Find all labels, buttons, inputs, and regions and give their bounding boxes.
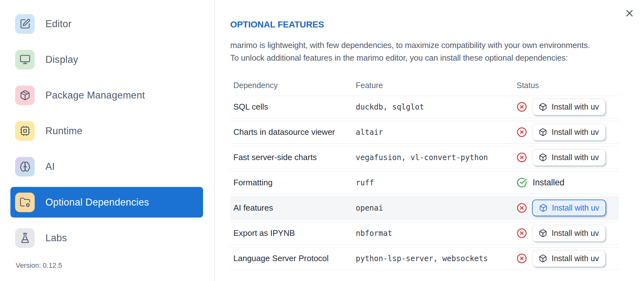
flask-icon-container — [15, 228, 35, 248]
feature-cell: vegafusion, vl-convert-python — [356, 153, 517, 162]
sidebar-item-label: Package Management — [45, 90, 145, 101]
brain-icon — [20, 161, 31, 172]
circle-x-icon — [517, 152, 527, 163]
dependency-cell: AI features — [233, 203, 356, 213]
package-icon-container — [15, 86, 35, 105]
status-cell: Install with uv — [517, 225, 619, 242]
monitor-icon-container — [15, 50, 35, 69]
install-button-label: Install with uv — [552, 102, 599, 111]
sidebar-item-label: AI — [45, 161, 55, 172]
install-with-uv-button[interactable]: Install with uv — [532, 200, 606, 216]
version-label: Version: 0.12.5 — [16, 261, 62, 270]
install-button-label: Install with uv — [552, 203, 599, 212]
sidebar-item-package-management[interactable]: Package Management — [10, 80, 203, 111]
install-button-label: Install with uv — [552, 153, 599, 162]
install-button-label: Install with uv — [552, 254, 599, 263]
box-icon — [539, 153, 547, 162]
cpu-icon — [20, 125, 31, 136]
feature-cell: altair — [356, 128, 517, 137]
table-row: SQL cells duckdb, sqlglot Install with u… — [230, 96, 619, 118]
install-button-label: Install with uv — [552, 128, 599, 137]
optional-dependencies-settings-dialog: { "sidebar": { "items": [ {"label": "Edi… — [0, 0, 644, 281]
status-cell: Install with uv — [517, 124, 619, 140]
circle-x-icon — [517, 253, 527, 264]
circle-x-icon — [517, 228, 527, 238]
sidebar-item-display[interactable]: Display — [10, 44, 203, 75]
sidebar-item-runtime[interactable]: Runtime — [10, 116, 203, 146]
panel-description: marimo is lightweight, with few dependen… — [230, 39, 619, 64]
monitor-icon — [20, 54, 31, 65]
sidebar-item-ai[interactable]: AI — [10, 151, 203, 182]
feature-cell: python-lsp-server, websockets — [356, 254, 517, 263]
dependency-cell: Fast server-side charts — [233, 152, 356, 162]
column-header-status: Status — [517, 81, 619, 90]
square-pen-icon-container — [15, 14, 35, 34]
table-row: Export as IPYNB nbformat Install with uv — [230, 222, 619, 245]
column-header-feature: Feature — [356, 81, 517, 90]
feature-cell: duckdb, sqlglot — [356, 103, 517, 111]
install-with-uv-button[interactable]: Install with uv — [532, 225, 606, 242]
install-button-label: Install with uv — [552, 229, 599, 238]
status-cell: Installed — [517, 177, 619, 188]
table-row: Charts in datasource viewer altair Insta… — [230, 121, 619, 144]
status-installed-icon — [517, 177, 527, 188]
status-not-installed-icon — [517, 152, 527, 163]
install-with-uv-button[interactable]: Install with uv — [532, 250, 606, 267]
status-not-installed-icon — [517, 127, 527, 137]
square-pen-icon — [20, 18, 31, 29]
sidebar-item-label: Editor — [45, 18, 72, 30]
box-icon — [539, 103, 547, 111]
optional-features-panel: OPTIONAL FEATURES marimo is lightweight,… — [215, 0, 644, 281]
folder-cog-icon-container — [15, 193, 35, 212]
close-icon[interactable] — [624, 8, 635, 19]
circle-x-icon — [517, 127, 527, 137]
sidebar-item-label: Optional Dependencies — [45, 197, 149, 208]
status-cell: Install with uv — [517, 149, 619, 166]
status-cell: Install with uv — [517, 250, 619, 267]
table-row: Formatting ruff Installed — [230, 171, 619, 194]
installed-label: Installed — [533, 178, 565, 188]
box-icon — [539, 254, 547, 263]
status-cell: Install with uv — [517, 200, 619, 216]
dependency-cell: Charts in datasource viewer — [233, 127, 356, 137]
table-row: Language Server Protocol python-lsp-serv… — [230, 247, 619, 270]
table-row: Fast server-side charts vegafusion, vl-c… — [230, 146, 619, 169]
dependency-cell: Language Server Protocol — [233, 254, 356, 263]
table-header-row: Dependency Feature Status — [230, 75, 619, 96]
status-not-installed-icon — [517, 253, 527, 264]
settings-sidebar: Editor Display Package Management Runtim… — [0, 0, 215, 281]
install-with-uv-button[interactable]: Install with uv — [532, 149, 606, 166]
circle-x-icon — [517, 203, 527, 213]
dependency-cell: SQL cells — [233, 102, 356, 112]
package-icon — [20, 90, 31, 101]
sidebar-item-editor[interactable]: Editor — [10, 9, 203, 39]
circle-x-icon — [517, 102, 527, 112]
install-with-uv-button[interactable]: Install with uv — [532, 99, 606, 115]
feature-cell: openai — [356, 204, 517, 212]
install-with-uv-button[interactable]: Install with uv — [532, 124, 606, 140]
table-row: AI features openai Install with uv — [230, 197, 619, 219]
box-icon — [539, 128, 547, 136]
dependencies-table: Dependency Feature Status SQL cells duck… — [230, 75, 619, 270]
status-not-installed-icon — [517, 203, 527, 213]
description-line-2: To unlock additional features in the mar… — [230, 51, 619, 64]
cpu-icon-container — [15, 121, 35, 141]
flask-icon — [20, 232, 31, 243]
status-not-installed-icon — [517, 228, 527, 238]
page-title: OPTIONAL FEATURES — [230, 19, 619, 30]
folder-cog-icon — [20, 197, 31, 208]
feature-cell: ruff — [356, 178, 517, 187]
sidebar-item-labs[interactable]: Labs — [10, 223, 203, 253]
box-icon — [539, 204, 547, 212]
sidebar-item-label: Labs — [45, 232, 67, 244]
feature-cell: nbformat — [356, 229, 517, 238]
dependency-cell: Formatting — [233, 178, 356, 188]
column-header-dependency: Dependency — [233, 81, 356, 90]
status-not-installed-icon — [517, 102, 527, 112]
description-line-1: marimo is lightweight, with few dependen… — [230, 39, 619, 51]
circle-check-icon — [517, 177, 527, 188]
dependency-cell: Export as IPYNB — [233, 228, 356, 238]
box-icon — [539, 229, 547, 237]
table-body: SQL cells duckdb, sqlglot Install with u… — [230, 96, 619, 270]
sidebar-item-optional-dependencies[interactable]: Optional Dependencies — [10, 187, 203, 218]
